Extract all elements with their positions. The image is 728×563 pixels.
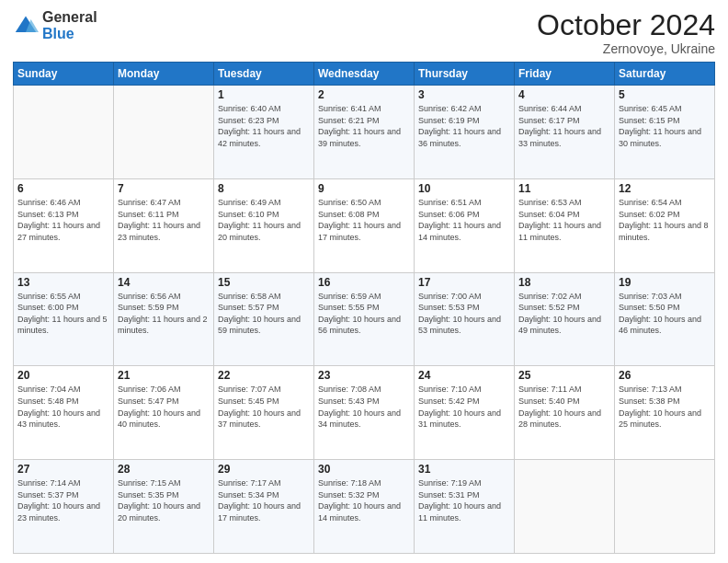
day-cell: 6Sunrise: 6:46 AMSunset: 6:13 PMDaylight… bbox=[14, 178, 114, 272]
day-info: Sunrise: 6:42 AMSunset: 6:19 PMDaylight:… bbox=[418, 103, 510, 149]
day-number: 25 bbox=[518, 369, 610, 382]
day-info: Sunrise: 7:15 AMSunset: 5:35 PMDaylight:… bbox=[118, 477, 210, 523]
day-cell: 10Sunrise: 6:51 AMSunset: 6:06 PMDayligh… bbox=[415, 178, 515, 272]
day-cell bbox=[615, 460, 715, 554]
logo-text: General Blue bbox=[42, 9, 97, 41]
day-number: 26 bbox=[619, 369, 711, 382]
day-number: 2 bbox=[318, 88, 410, 101]
day-info: Sunrise: 7:07 AMSunset: 5:45 PMDaylight:… bbox=[218, 384, 310, 430]
day-cell bbox=[14, 86, 114, 179]
day-info: Sunrise: 6:59 AMSunset: 5:55 PMDaylight:… bbox=[318, 291, 410, 337]
day-info: Sunrise: 6:41 AMSunset: 6:21 PMDaylight:… bbox=[318, 103, 410, 149]
day-cell: 12Sunrise: 6:54 AMSunset: 6:02 PMDayligh… bbox=[615, 178, 715, 272]
day-number: 28 bbox=[118, 463, 210, 476]
day-cell bbox=[515, 460, 615, 554]
day-info: Sunrise: 7:00 AMSunset: 5:53 PMDaylight:… bbox=[418, 291, 510, 337]
day-number: 10 bbox=[418, 182, 510, 195]
day-number: 14 bbox=[118, 276, 210, 289]
day-info: Sunrise: 6:54 AMSunset: 6:02 PMDaylight:… bbox=[619, 197, 711, 243]
weekday-header-wednesday: Wednesday bbox=[314, 63, 415, 86]
day-number: 6 bbox=[17, 182, 109, 195]
weekday-header-friday: Friday bbox=[515, 63, 615, 86]
day-cell: 30Sunrise: 7:18 AMSunset: 5:32 PMDayligh… bbox=[314, 460, 415, 554]
weekday-header-monday: Monday bbox=[114, 63, 214, 86]
day-number: 19 bbox=[619, 276, 711, 289]
day-cell: 24Sunrise: 7:10 AMSunset: 5:42 PMDayligh… bbox=[415, 366, 515, 460]
weekday-header-sunday: Sunday bbox=[14, 63, 114, 86]
day-info: Sunrise: 7:08 AMSunset: 5:43 PMDaylight:… bbox=[318, 384, 410, 430]
day-number: 13 bbox=[17, 276, 109, 289]
week-row-4: 20Sunrise: 7:04 AMSunset: 5:48 PMDayligh… bbox=[14, 366, 715, 460]
day-info: Sunrise: 7:13 AMSunset: 5:38 PMDaylight:… bbox=[619, 384, 711, 430]
day-number: 30 bbox=[318, 463, 410, 476]
day-info: Sunrise: 6:49 AMSunset: 6:10 PMDaylight:… bbox=[218, 197, 310, 243]
day-cell: 4Sunrise: 6:44 AMSunset: 6:17 PMDaylight… bbox=[515, 86, 615, 179]
day-number: 23 bbox=[318, 369, 410, 382]
day-cell: 25Sunrise: 7:11 AMSunset: 5:40 PMDayligh… bbox=[515, 366, 615, 460]
day-info: Sunrise: 7:10 AMSunset: 5:42 PMDaylight:… bbox=[418, 384, 510, 430]
day-info: Sunrise: 6:51 AMSunset: 6:06 PMDaylight:… bbox=[418, 197, 510, 243]
day-cell: 8Sunrise: 6:49 AMSunset: 6:10 PMDaylight… bbox=[214, 178, 314, 272]
week-row-1: 1Sunrise: 6:40 AMSunset: 6:23 PMDaylight… bbox=[14, 86, 715, 179]
page: General Blue October 2024 Zernovoye, Ukr… bbox=[0, 0, 728, 563]
header: General Blue October 2024 Zernovoye, Ukr… bbox=[13, 9, 715, 56]
day-info: Sunrise: 7:19 AMSunset: 5:31 PMDaylight:… bbox=[418, 477, 510, 523]
day-cell: 20Sunrise: 7:04 AMSunset: 5:48 PMDayligh… bbox=[14, 366, 114, 460]
day-info: Sunrise: 7:04 AMSunset: 5:48 PMDaylight:… bbox=[17, 384, 109, 430]
day-number: 20 bbox=[17, 369, 109, 382]
day-info: Sunrise: 7:06 AMSunset: 5:47 PMDaylight:… bbox=[118, 384, 210, 430]
day-info: Sunrise: 7:14 AMSunset: 5:37 PMDaylight:… bbox=[17, 477, 109, 523]
calendar-table: SundayMondayTuesdayWednesdayThursdayFrid… bbox=[13, 62, 715, 554]
day-number: 8 bbox=[218, 182, 310, 195]
weekday-header-tuesday: Tuesday bbox=[214, 63, 314, 86]
day-cell: 5Sunrise: 6:45 AMSunset: 6:15 PMDaylight… bbox=[615, 86, 715, 179]
day-cell: 7Sunrise: 6:47 AMSunset: 6:11 PMDaylight… bbox=[114, 178, 214, 272]
day-cell: 16Sunrise: 6:59 AMSunset: 5:55 PMDayligh… bbox=[314, 272, 415, 366]
day-info: Sunrise: 7:17 AMSunset: 5:34 PMDaylight:… bbox=[218, 477, 310, 523]
day-number: 18 bbox=[518, 276, 610, 289]
day-info: Sunrise: 7:11 AMSunset: 5:40 PMDaylight:… bbox=[518, 384, 610, 430]
weekday-header-saturday: Saturday bbox=[615, 63, 715, 86]
day-info: Sunrise: 6:58 AMSunset: 5:57 PMDaylight:… bbox=[218, 291, 310, 337]
day-info: Sunrise: 6:47 AMSunset: 6:11 PMDaylight:… bbox=[118, 197, 210, 243]
day-cell: 3Sunrise: 6:42 AMSunset: 6:19 PMDaylight… bbox=[415, 86, 515, 179]
day-number: 22 bbox=[218, 369, 310, 382]
day-cell: 29Sunrise: 7:17 AMSunset: 5:34 PMDayligh… bbox=[214, 460, 314, 554]
day-cell bbox=[114, 86, 214, 179]
day-cell: 27Sunrise: 7:14 AMSunset: 5:37 PMDayligh… bbox=[14, 460, 114, 554]
location: Zernovoye, Ukraine bbox=[537, 41, 715, 56]
day-number: 1 bbox=[218, 88, 310, 101]
logo-blue: Blue bbox=[42, 26, 97, 42]
day-cell: 18Sunrise: 7:02 AMSunset: 5:52 PMDayligh… bbox=[515, 272, 615, 366]
day-cell: 26Sunrise: 7:13 AMSunset: 5:38 PMDayligh… bbox=[615, 366, 715, 460]
day-number: 4 bbox=[518, 88, 610, 101]
day-cell: 28Sunrise: 7:15 AMSunset: 5:35 PMDayligh… bbox=[114, 460, 214, 554]
title-block: October 2024 Zernovoye, Ukraine bbox=[537, 9, 715, 56]
day-cell: 13Sunrise: 6:55 AMSunset: 6:00 PMDayligh… bbox=[14, 272, 114, 366]
day-cell: 1Sunrise: 6:40 AMSunset: 6:23 PMDaylight… bbox=[214, 86, 314, 179]
week-row-5: 27Sunrise: 7:14 AMSunset: 5:37 PMDayligh… bbox=[14, 460, 715, 554]
day-number: 21 bbox=[118, 369, 210, 382]
day-cell: 11Sunrise: 6:53 AMSunset: 6:04 PMDayligh… bbox=[515, 178, 615, 272]
day-number: 12 bbox=[619, 182, 711, 195]
month-title: October 2024 bbox=[537, 9, 715, 41]
weekday-header-row: SundayMondayTuesdayWednesdayThursdayFrid… bbox=[14, 63, 715, 86]
day-number: 7 bbox=[118, 182, 210, 195]
day-cell: 17Sunrise: 7:00 AMSunset: 5:53 PMDayligh… bbox=[415, 272, 515, 366]
day-info: Sunrise: 6:50 AMSunset: 6:08 PMDaylight:… bbox=[318, 197, 410, 243]
day-cell: 19Sunrise: 7:03 AMSunset: 5:50 PMDayligh… bbox=[615, 272, 715, 366]
day-info: Sunrise: 7:03 AMSunset: 5:50 PMDaylight:… bbox=[619, 291, 711, 337]
week-row-3: 13Sunrise: 6:55 AMSunset: 6:00 PMDayligh… bbox=[14, 272, 715, 366]
day-cell: 31Sunrise: 7:19 AMSunset: 5:31 PMDayligh… bbox=[415, 460, 515, 554]
day-number: 5 bbox=[619, 88, 711, 101]
day-cell: 22Sunrise: 7:07 AMSunset: 5:45 PMDayligh… bbox=[214, 366, 314, 460]
weekday-header-thursday: Thursday bbox=[415, 63, 515, 86]
day-cell: 2Sunrise: 6:41 AMSunset: 6:21 PMDaylight… bbox=[314, 86, 415, 179]
week-row-2: 6Sunrise: 6:46 AMSunset: 6:13 PMDaylight… bbox=[14, 178, 715, 272]
day-info: Sunrise: 6:45 AMSunset: 6:15 PMDaylight:… bbox=[619, 103, 711, 149]
logo-icon bbox=[13, 13, 39, 39]
day-number: 17 bbox=[418, 276, 510, 289]
day-number: 16 bbox=[318, 276, 410, 289]
day-info: Sunrise: 6:44 AMSunset: 6:17 PMDaylight:… bbox=[518, 103, 610, 149]
day-cell: 15Sunrise: 6:58 AMSunset: 5:57 PMDayligh… bbox=[214, 272, 314, 366]
